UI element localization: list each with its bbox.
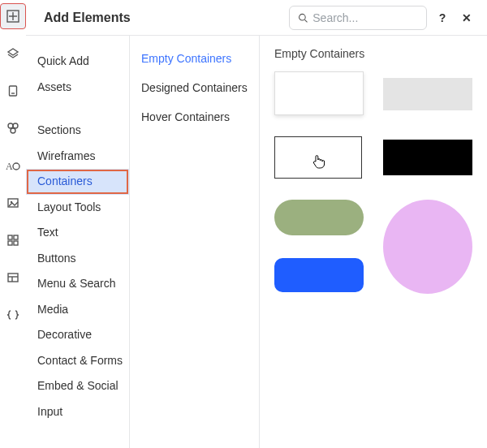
cms-tool-icon[interactable]	[0, 265, 26, 291]
preview-pane: Empty Containers	[260, 36, 487, 448]
category-item[interactable]: Contact & Forms	[26, 348, 129, 374]
category-item[interactable]: Embed & Social	[26, 373, 129, 399]
category-item[interactable]: Blog	[26, 442, 129, 448]
category-item[interactable]: Layout Tools	[26, 195, 129, 221]
panel-title: Add Elements	[44, 11, 131, 25]
code-tool-icon[interactable]	[0, 302, 26, 328]
search-field[interactable]	[289, 6, 427, 30]
search-icon	[298, 12, 308, 24]
category-item[interactable]: Containers	[26, 169, 129, 195]
container-plain-box[interactable]	[274, 71, 364, 115]
media-tool-icon[interactable]	[0, 190, 26, 216]
category-item[interactable]: Quick Add	[26, 49, 129, 75]
layers-tool-icon[interactable]	[0, 41, 26, 67]
category-item[interactable]: Decorative	[26, 322, 129, 348]
category-item[interactable]: Wireframes	[26, 144, 129, 170]
category-item[interactable]: Text	[26, 220, 129, 246]
subcategory-item[interactable]: Hover Containers	[130, 102, 259, 131]
help-icon[interactable]: ?	[433, 9, 451, 27]
container-grey-box[interactable]	[383, 78, 472, 110]
add-elements-tool-icon[interactable]	[0, 3, 26, 29]
svg-rect-15	[8, 241, 12, 245]
svg-rect-4	[10, 86, 17, 96]
category-item[interactable]: Input	[26, 399, 129, 425]
category-item[interactable]: Buttons	[26, 246, 129, 272]
category-item[interactable]: Assets	[26, 75, 129, 101]
category-item[interactable]: Sections	[26, 118, 129, 144]
pages-tool-icon[interactable]	[0, 78, 26, 104]
svg-point-7	[13, 123, 18, 128]
svg-point-6	[8, 123, 13, 128]
svg-rect-16	[14, 241, 18, 245]
category-item[interactable]: Media	[26, 297, 129, 323]
container-circle-cell[interactable]	[383, 200, 472, 294]
svg-marker-3	[8, 49, 18, 55]
svg-point-20	[300, 14, 306, 20]
svg-line-21	[304, 19, 307, 22]
apps-tool-icon[interactable]	[0, 227, 26, 253]
site-styles-tool-icon[interactable]	[0, 115, 26, 141]
svg-point-8	[11, 128, 15, 133]
left-toolstrip: A	[0, 0, 26, 448]
svg-point-10	[13, 163, 19, 170]
panel-header: Add Elements ? ✕	[26, 0, 487, 36]
categories-column: Quick AddAssets SectionsWireframesContai…	[26, 36, 130, 448]
close-icon[interactable]: ✕	[458, 9, 476, 27]
svg-rect-13	[8, 235, 12, 239]
subcategory-item[interactable]: Designed Containers	[130, 73, 259, 102]
preview-title: Empty Containers	[274, 47, 472, 60]
search-input[interactable]	[312, 11, 418, 24]
cursor-hand-icon	[311, 153, 325, 170]
container-black-box[interactable]	[383, 140, 472, 175]
subcategories-column: Empty ContainersDesigned ContainersHover…	[130, 36, 260, 448]
container-outline-box[interactable]	[274, 136, 362, 179]
container-green-pill[interactable]	[274, 200, 364, 235]
container-blue-rounded[interactable]	[274, 258, 364, 292]
category-item[interactable]: Menu & Search	[26, 271, 129, 297]
theme-tool-icon[interactable]: A	[0, 153, 26, 179]
svg-text:A: A	[6, 161, 13, 172]
svg-rect-14	[14, 235, 18, 239]
svg-rect-17	[8, 274, 18, 282]
container-purple-circle	[383, 200, 472, 294]
subcategory-item[interactable]: Empty Containers	[130, 44, 259, 73]
